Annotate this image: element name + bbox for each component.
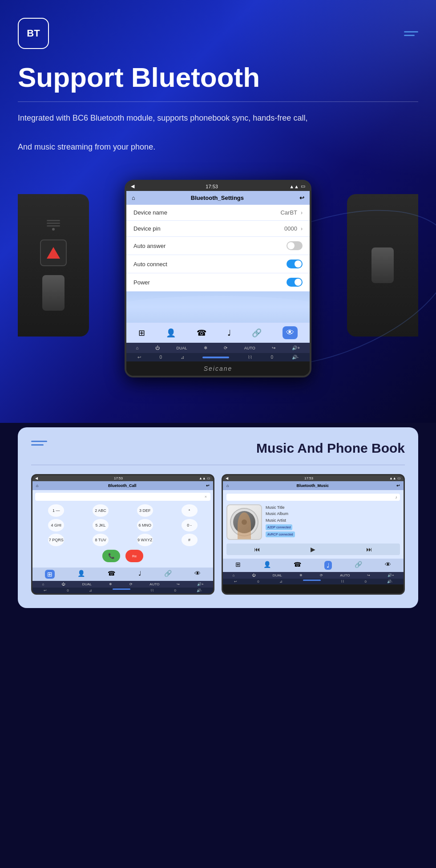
dial-star[interactable]: *: [182, 504, 198, 517]
call-button[interactable]: 📞: [102, 550, 120, 562]
status-time: 17:53: [206, 184, 218, 189]
music-nav-user[interactable]: 👤: [263, 561, 271, 570]
redial-button[interactable]: Re: [125, 550, 143, 562]
ctrl-auto[interactable]: AUTO: [244, 346, 255, 350]
settings-row-auto-connect[interactable]: Auto connect: [126, 255, 310, 273]
m-temp[interactable]: ⊿: [279, 580, 283, 584]
ctrl-temp-down[interactable]: ⊿: [181, 355, 184, 360]
m-recirc[interactable]: ↪: [367, 573, 370, 577]
music-nav-eye[interactable]: 👁: [385, 561, 391, 570]
call-nav-link[interactable]: 🔗: [164, 570, 172, 579]
call-nav-eye[interactable]: 👁: [194, 570, 201, 579]
ctrl-vol-down[interactable]: 🔊-: [292, 355, 299, 360]
ctrl-ac[interactable]: ❄: [204, 345, 207, 350]
prev-track-btn[interactable]: ⏮: [254, 546, 260, 553]
music-nav-phone[interactable]: ☎: [294, 561, 301, 570]
m-ac[interactable]: ❄: [299, 573, 303, 577]
home-icon[interactable]: ⌂: [132, 195, 135, 201]
call-nav-phone[interactable]: ☎: [108, 570, 115, 579]
c-progress: [113, 588, 130, 590]
ctrl-power[interactable]: ⏻: [155, 345, 160, 350]
subtitle-text: Integrated with BC6 Bluetooth module, su…: [18, 111, 418, 154]
ctrl-fan[interactable]: ⟳: [224, 345, 227, 350]
progress-bar: [202, 357, 229, 358]
c-home[interactable]: ⌂: [42, 582, 44, 586]
m-dual[interactable]: DUAL: [273, 573, 282, 577]
nav-link-icon[interactable]: 🔗: [252, 328, 262, 338]
dial-2[interactable]: 2 ABC: [93, 504, 109, 517]
dial-9[interactable]: 9 WXYZ: [137, 534, 153, 546]
music-search-bar[interactable]: ♪: [226, 494, 400, 501]
music-back-arrow[interactable]: ◀: [226, 476, 228, 480]
menu-icon[interactable]: [404, 31, 418, 36]
ctrl-back[interactable]: ↩: [137, 355, 141, 360]
track-artist: Music Artist: [266, 517, 295, 523]
call-return-icon[interactable]: ↩: [206, 483, 210, 488]
next-track-btn[interactable]: ⏭: [366, 546, 372, 553]
nav-eye-icon[interactable]: 👁: [283, 326, 298, 339]
nav-phone-icon[interactable]: ☎: [197, 328, 206, 338]
dial-6[interactable]: 6 MNO: [137, 519, 153, 531]
c-ac[interactable]: ❄: [109, 582, 112, 586]
c-dual[interactable]: DUAL: [82, 582, 92, 586]
control-knob[interactable]: [42, 275, 65, 311]
call-home-icon[interactable]: ⌂: [36, 483, 38, 488]
call-nav-user[interactable]: 👤: [77, 570, 85, 579]
bottom-menu-icon[interactable]: [31, 441, 47, 446]
search-close-icon[interactable]: ×: [205, 495, 207, 499]
right-control-knob[interactable]: [371, 247, 394, 283]
c-back[interactable]: ↩: [44, 588, 47, 592]
c-temp[interactable]: ⊿: [89, 588, 92, 592]
music-nav-link[interactable]: 🔗: [355, 561, 362, 570]
dial-5[interactable]: 5 JKL: [93, 519, 109, 531]
m-auto[interactable]: AUTO: [340, 573, 350, 577]
call-back-arrow[interactable]: ◀: [35, 476, 38, 480]
play-btn[interactable]: ▶: [311, 546, 315, 553]
dial-1[interactable]: 1 —: [48, 504, 64, 517]
power-toggle[interactable]: [287, 278, 303, 287]
warning-button[interactable]: [40, 239, 67, 266]
back-arrow[interactable]: ◀: [131, 183, 134, 189]
settings-row-device-name[interactable]: Device name CarBT ›: [126, 205, 310, 221]
settings-row-power[interactable]: Power: [126, 273, 310, 292]
c-auto[interactable]: AUTO: [149, 582, 159, 586]
music-nav-music[interactable]: ♩: [324, 561, 332, 570]
call-nav-music[interactable]: ♩: [138, 570, 141, 579]
call-nav-grid[interactable]: ⊞: [45, 570, 55, 579]
settings-row-device-pin[interactable]: Device pin 0000 ›: [126, 221, 310, 237]
m-power[interactable]: ⏻: [252, 573, 255, 577]
music-return-icon[interactable]: ↩: [396, 483, 400, 488]
m-vol-up[interactable]: 🔊+: [388, 573, 394, 577]
m-vol-d[interactable]: 🔊-: [387, 580, 393, 584]
dial-3[interactable]: 3 DEF: [137, 504, 153, 517]
ctrl-home[interactable]: ⌂: [136, 345, 139, 350]
nav-music-icon[interactable]: ♩: [227, 328, 231, 338]
music-nav-grid[interactable]: ⊞: [235, 561, 241, 570]
dial-hash[interactable]: #: [182, 534, 198, 546]
dial-4[interactable]: 4 GHI: [48, 519, 64, 531]
music-screen-header: ⌂ Bluetooth_Music ↩: [223, 481, 404, 490]
m-back[interactable]: ↩: [234, 580, 237, 584]
dial-0[interactable]: 0 -: [182, 519, 198, 531]
dial-8[interactable]: 8 TUV: [93, 534, 109, 546]
nav-user-icon[interactable]: 👤: [166, 328, 176, 338]
dial-7[interactable]: 7 PQRS: [48, 534, 64, 546]
ctrl-recirculate[interactable]: ↪: [272, 345, 275, 350]
logo-text: BT: [27, 28, 40, 39]
ctrl-vol-up[interactable]: 🔊+: [292, 345, 300, 350]
call-search-bar[interactable]: ×: [35, 493, 210, 501]
return-icon[interactable]: ↩: [299, 195, 304, 201]
ctrl-dual[interactable]: DUAL: [177, 346, 187, 350]
c-power[interactable]: ⏻: [61, 582, 65, 586]
auto-answer-toggle[interactable]: [287, 241, 303, 250]
auto-connect-toggle[interactable]: [287, 260, 303, 268]
c-vol-d[interactable]: 🔊-: [197, 588, 202, 592]
c-fan[interactable]: ⟳: [129, 582, 133, 586]
m-fan[interactable]: ⟳: [320, 573, 323, 577]
settings-row-auto-answer[interactable]: Auto answer: [126, 237, 310, 255]
c-recirc[interactable]: ↪: [177, 582, 180, 586]
m-home[interactable]: ⌂: [232, 573, 234, 577]
nav-grid-icon[interactable]: ⊞: [138, 328, 145, 338]
c-vol-up[interactable]: 🔊+: [197, 582, 204, 586]
music-home-icon[interactable]: ⌂: [226, 483, 229, 488]
